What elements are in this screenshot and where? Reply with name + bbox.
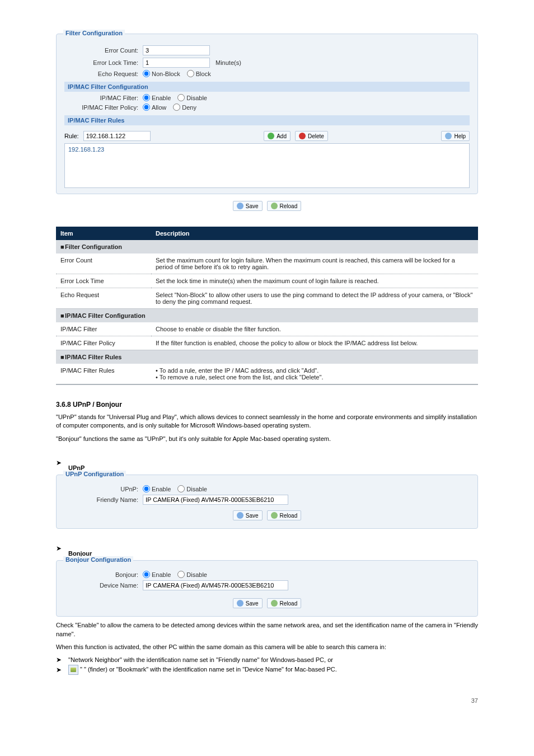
bonjour-disable-radio[interactable]: Disable [177,571,207,578]
upnp-save-button[interactable]: Save [233,510,263,520]
ipmac-filter-config-title: IP/MAC Filter Configuration [64,82,470,92]
ipmac-deny-radio[interactable]: Deny [173,104,196,111]
ipmac-filter-disable-radio[interactable]: Disable [177,94,207,101]
table-row: IP/MAC Filter Rules • To add a rule, ent… [56,364,478,384]
arrow-icon: ➤ [56,459,62,467]
bonjour-panel: Bonjour Configuration Bonjour: Enable Di… [56,560,478,617]
table-row: Echo RequestSelect "Non-Block" to allow … [56,288,478,309]
definition-table: Item Description ■Filter Configuration E… [56,227,478,385]
save-button[interactable]: Save [233,201,263,211]
page-number: 37 [56,697,478,704]
th-item: Item [56,227,151,240]
bonjour-enable-radio[interactable]: Enable [143,571,171,578]
reload-icon [271,600,278,607]
plus-icon [268,133,274,139]
finder-icon [68,665,78,675]
arrow-icon: ➤ [56,656,62,664]
bonjour-reload-button[interactable]: Reload [267,598,302,608]
error-lock-input[interactable] [143,58,210,68]
help-icon [445,133,452,139]
table-row: IP/MAC Filter PolicyIf the filter functi… [56,336,478,350]
paragraph: "UPnP" stands for "Universal Plug and Pl… [56,413,478,430]
save-icon [237,600,243,607]
help-button[interactable]: Help [441,131,470,141]
add-button[interactable]: Add [264,131,291,141]
sec-ipmac-rules: IP/MAC Filter Rules [65,354,121,360]
device-label: Device Name: [64,582,143,589]
delete-icon [299,133,306,139]
rules-list[interactable]: 192.168.1.23 [64,143,470,188]
upnp-disable-radio[interactable]: Disable [177,485,207,492]
bullet-text: "Network Neighbor" with the identificati… [68,656,333,663]
save-icon [237,512,243,519]
upnp-panel-title: UPnP Configuration [63,471,126,477]
echo-label: Echo Request: [64,71,143,77]
arrow-icon: ➤ [56,666,62,674]
th-desc: Description [151,227,478,240]
filter-config-panel: Filter Configuration Error Count: Error … [56,34,478,194]
table-row: Error Lock TimeSet the lock time in minu… [56,274,478,288]
rule-input[interactable] [83,131,151,141]
error-count-input[interactable] [143,45,210,55]
sec-ipmac-conf: IP/MAC Filter Configuration [65,312,146,319]
table-row: IP/MAC FilterChoose to enable or disable… [56,322,478,336]
echo-nonblock-radio[interactable]: Non-Block [143,70,180,77]
section-heading: 3.6.8 UPnP / Bonjour [56,401,478,408]
rule-label: Rule: [64,133,79,139]
echo-block-radio[interactable]: Block [187,70,211,77]
paragraph: When this function is activated, the oth… [56,643,478,651]
friendly-label: Friendly Name: [64,496,143,503]
friendly-name-input[interactable] [143,495,288,505]
list-item[interactable]: 192.168.1.23 [68,146,466,153]
paragraph: "Bonjour" functions the same as "UPnP", … [56,435,478,443]
filter-config-title: Filter Configuration [63,30,125,36]
arrow-icon: ➤ [56,544,62,552]
reload-icon [271,203,278,209]
sec-filter: Filter Configuration [65,243,122,250]
ipmac-filter-enable-radio[interactable]: Enable [143,94,171,101]
paragraph: Check "Enable" to allow the camera to be… [56,621,478,638]
upnp-reload-button[interactable]: Reload [267,510,302,520]
error-count-label: Error Count: [64,47,143,54]
reload-button[interactable]: Reload [267,201,302,211]
ipmac-allow-radio[interactable]: Allow [143,104,166,111]
upnp-enable-radio[interactable]: Enable [143,485,171,492]
error-lock-label: Error Lock Time: [64,59,143,66]
upnp-label: UPnP: [64,486,143,492]
upnp-panel: UPnP Configuration UPnP: Enable Disable … [56,475,478,529]
device-name-input[interactable] [143,580,288,590]
delete-button[interactable]: Delete [295,131,328,141]
ipmac-policy-label: IP/MAC Filter Policy: [64,104,143,111]
error-lock-unit: Minute(s) [216,59,241,66]
bullet-text: " " (finder) or "Bookmark" with the iden… [80,666,337,673]
ipmac-filter-label: IP/MAC Filter: [64,95,143,101]
bonjour-panel-title: Bonjour Configuration [63,556,133,563]
ipmac-rules-title: IP/MAC Filter Rules [64,115,470,125]
bonjour-label: Bonjour: [64,571,143,578]
save-icon [237,203,243,209]
bonjour-save-button[interactable]: Save [233,598,263,608]
table-row: Error CountSet the maximum count for log… [56,253,478,274]
reload-icon [271,512,278,519]
